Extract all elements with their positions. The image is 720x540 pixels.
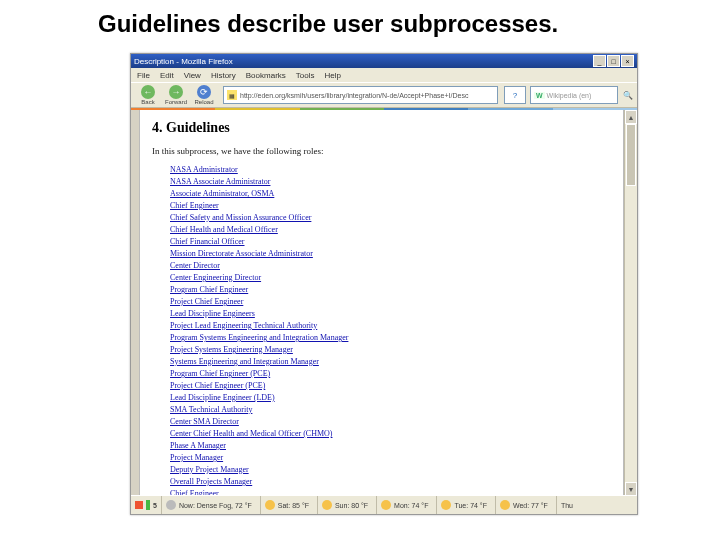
forecast-wed[interactable]: Wed: 77 °F: [495, 496, 552, 514]
role-link[interactable]: Mission Directorate Associate Administra…: [170, 248, 611, 260]
role-link[interactable]: Project Chief Engineer (PCE): [170, 380, 611, 392]
back-arrow-icon: ←: [141, 85, 155, 99]
role-link[interactable]: Phase A Manager: [170, 440, 611, 452]
sun-icon: [500, 500, 510, 510]
menu-edit[interactable]: Edit: [160, 71, 174, 80]
role-link[interactable]: Project Systems Engineering Manager: [170, 344, 611, 356]
scroll-up-button[interactable]: ▲: [625, 110, 637, 124]
section-intro-text: In this subprocess, we have the followin…: [152, 146, 611, 156]
role-link[interactable]: Chief Financial Officer: [170, 236, 611, 248]
sun-icon: [322, 500, 332, 510]
role-link[interactable]: NASA Associate Administrator: [170, 176, 611, 188]
search-go-icon[interactable]: 🔍: [623, 91, 633, 100]
sun-icon: [265, 500, 275, 510]
forecast-tue[interactable]: Tue: 74 °F: [436, 496, 491, 514]
role-link[interactable]: Center SMA Director: [170, 416, 611, 428]
window-title: Description - Mozilla Firefox: [134, 57, 593, 66]
window-titlebar[interactable]: Description - Mozilla Firefox _ □ ×: [131, 54, 637, 68]
menu-history[interactable]: History: [211, 71, 236, 80]
role-link[interactable]: Lead Discipline Engineers: [170, 308, 611, 320]
forecast-sat[interactable]: Sat: 85 °F: [260, 496, 313, 514]
search-engine-icon: W: [534, 92, 545, 99]
menu-help[interactable]: Help: [324, 71, 340, 80]
menu-bookmarks[interactable]: Bookmarks: [246, 71, 286, 80]
role-link[interactable]: Project Chief Engineer: [170, 296, 611, 308]
menu-file[interactable]: File: [137, 71, 150, 80]
menu-view[interactable]: View: [184, 71, 201, 80]
vertical-scrollbar[interactable]: ▲ ▼: [624, 110, 637, 496]
navigation-toolbar: ← Back → Forward ⟳ Reload ▦ http://eden.…: [131, 82, 637, 108]
forecast-sun[interactable]: Sun: 80 °F: [317, 496, 372, 514]
address-bar[interactable]: ▦ http://eden.org/ksmih/users/library/in…: [223, 86, 498, 104]
role-link[interactable]: Center Chief Health and Medical Officer …: [170, 428, 611, 440]
role-link-list: NASA AdministratorNASA Associate Adminis…: [152, 164, 611, 496]
start-icon: [135, 501, 143, 509]
forecast-thu[interactable]: Thu: [556, 496, 577, 514]
role-link[interactable]: Center Director: [170, 260, 611, 272]
role-link[interactable]: Systems Engineering and Integration Mana…: [170, 356, 611, 368]
role-link[interactable]: SMA Technical Authority: [170, 404, 611, 416]
forecast-mon[interactable]: Mon: 74 °F: [376, 496, 432, 514]
role-link[interactable]: Program Chief Engineer (PCE): [170, 368, 611, 380]
status-taskbar: 5 Now: Dense Fog, 72 °F Sat: 85 °F Sun: …: [131, 495, 637, 514]
role-link[interactable]: Lead Discipline Engineer (LDE): [170, 392, 611, 404]
scroll-down-button[interactable]: ▼: [625, 482, 637, 496]
role-link[interactable]: Project Lead Engineering Technical Autho…: [170, 320, 611, 332]
tray-icon: [146, 500, 150, 510]
search-placeholder: Wikipedia (en): [547, 92, 592, 99]
window-minimize-button[interactable]: _: [593, 55, 606, 67]
address-text: http://eden.org/ksmih/users/library/inte…: [240, 92, 468, 99]
window-close-button[interactable]: ×: [621, 55, 634, 67]
section-heading: 4. Guidelines: [152, 120, 611, 136]
menu-tools[interactable]: Tools: [296, 71, 315, 80]
start-area[interactable]: 5: [135, 500, 157, 510]
role-link[interactable]: Associate Administrator, OSMA: [170, 188, 611, 200]
role-link[interactable]: Overall Projects Manager: [170, 476, 611, 488]
reload-button[interactable]: ⟳ Reload: [191, 85, 217, 105]
window-maximize-button[interactable]: □: [607, 55, 620, 67]
role-link[interactable]: NASA Administrator: [170, 164, 611, 176]
sun-icon: [381, 500, 391, 510]
slide-heading: Guidelines describe user subprocesses.: [0, 0, 720, 38]
back-button[interactable]: ← Back: [135, 85, 161, 105]
forward-arrow-icon: →: [169, 85, 183, 99]
role-link[interactable]: Chief Engineer: [170, 200, 611, 212]
role-link[interactable]: Program Systems Engineering and Integrat…: [170, 332, 611, 344]
role-link[interactable]: Center Engineering Director: [170, 272, 611, 284]
lock-icon: ▦: [227, 90, 237, 100]
sun-icon: [441, 500, 451, 510]
document-pane[interactable]: 4. Guidelines In this subprocess, we hav…: [139, 110, 624, 496]
reload-icon: ⟳: [197, 85, 211, 99]
scroll-thumb[interactable]: [626, 124, 636, 186]
role-link[interactable]: Project Manager: [170, 452, 611, 464]
weather-now[interactable]: Now: Dense Fog, 72 °F: [161, 496, 256, 514]
browser-window: Description - Mozilla Firefox _ □ × File…: [130, 53, 638, 515]
left-gutter: [131, 110, 139, 496]
forward-button[interactable]: → Forward: [163, 85, 189, 105]
content-viewport: 4. Guidelines In this subprocess, we hav…: [131, 110, 637, 496]
role-link[interactable]: Chief Safety and Mission Assurance Offic…: [170, 212, 611, 224]
role-link[interactable]: Deputy Project Manager: [170, 464, 611, 476]
menubar: File Edit View History Bookmarks Tools H…: [131, 68, 637, 82]
site-info-button[interactable]: ?: [504, 86, 526, 104]
fog-icon: [166, 500, 176, 510]
role-link[interactable]: Chief Health and Medical Officer: [170, 224, 611, 236]
search-box[interactable]: W Wikipedia (en): [530, 86, 618, 104]
role-link[interactable]: Program Chief Engineer: [170, 284, 611, 296]
